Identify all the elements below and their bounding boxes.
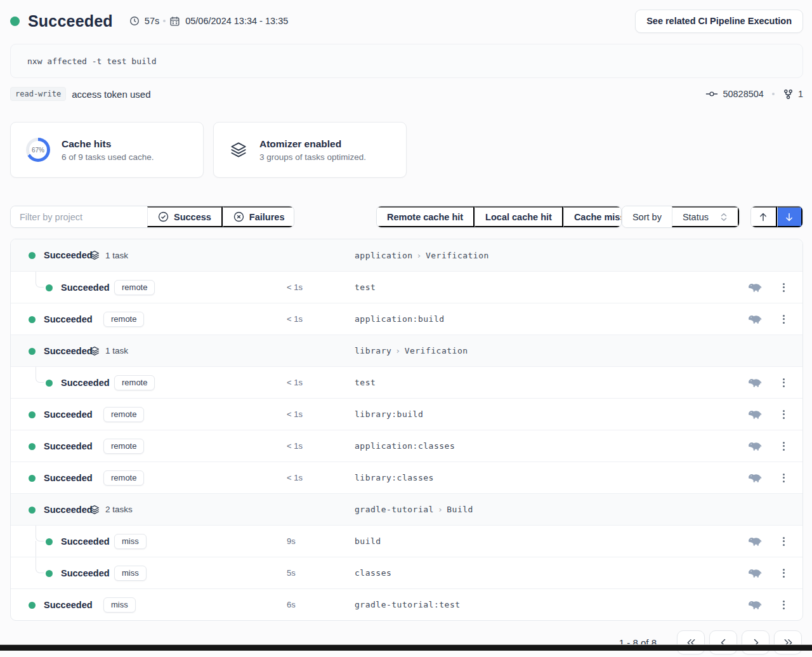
calendar-icon [169,16,180,27]
gradle-elephant-icon[interactable] [748,409,763,420]
row-menu-kebab-icon[interactable] [782,376,786,390]
task-list: Succeeded 1 task application›Verificatio… [10,239,803,621]
commit-sha[interactable]: 50828504 [723,89,764,99]
gradle-elephant-icon[interactable] [748,567,763,578]
row-status-dot [46,380,53,387]
pagination-bar: 1 - 8 of 8 [10,630,803,654]
local-cache-hit-button[interactable]: Local cache hit [475,206,563,227]
sort-descending-button[interactable] [777,206,802,227]
group-meta: 2 tasks [89,504,133,515]
see-related-ci-pipeline-button[interactable]: See related CI Pipeline Execution [635,10,803,33]
table-row[interactable]: Succeeded remote < 1s application:classe… [11,430,802,461]
row-project-path: gradle-tutorial›Build [355,505,473,514]
table-row[interactable]: Succeeded remote < 1s test [11,271,802,303]
row-task-name: library:classes [355,473,434,482]
task-count-label: 1 task [105,251,128,260]
table-row[interactable]: Succeeded remote < 1s application:build [11,303,802,335]
row-project-path: application›Verification [355,251,489,260]
row-duration: < 1s [287,282,303,292]
group-meta: 1 task [89,249,128,261]
page-title: Succeeded [28,12,113,30]
table-row[interactable]: Succeeded miss 9s build [11,525,802,557]
table-row[interactable]: Succeeded remote < 1s test [11,366,802,398]
row-status-label: Succeeded [61,536,110,547]
row-duration: < 1s [287,409,303,419]
tree-connector [36,367,44,383]
row-menu-kebab-icon[interactable] [782,471,786,485]
row-status-dot [29,411,36,418]
duration-label: 57s [145,16,159,26]
row-status-dot [29,348,36,355]
tree-connector [36,272,44,288]
row-menu-kebab-icon[interactable] [782,534,786,548]
gradle-elephant-icon[interactable] [748,536,763,547]
cache-miss-button[interactable]: Cache miss [563,206,622,227]
row-actions [748,312,786,326]
table-row[interactable]: Succeeded miss 5s classes [11,557,802,588]
gradle-elephant-icon[interactable] [748,599,763,610]
table-row[interactable]: Succeeded remote < 1s library:classes [11,461,802,493]
first-page-button[interactable] [677,630,705,654]
date-meta: 05/06/2024 13:34 - 13:35 [169,16,288,27]
filter-bar: Success Failures Remote cache hit Local … [10,206,803,228]
row-menu-kebab-icon[interactable] [782,312,786,326]
row-status-dot [29,443,36,450]
row-status-dot [29,252,36,259]
atomizer-title: Atomizer enabled [259,138,366,150]
row-status-label: Succeeded [44,346,93,356]
success-filter-button[interactable]: Success [147,206,223,227]
row-project-path: library›Verification [355,346,468,355]
row-status-label: Succeeded [44,250,93,260]
table-row[interactable]: Succeeded remote < 1s library:build [11,398,802,430]
cache-hits-title: Cache hits [62,138,154,150]
row-actions [748,534,786,548]
gradle-elephant-icon[interactable] [748,472,763,483]
row-status-dot [29,475,36,482]
row-menu-kebab-icon[interactable] [782,566,786,580]
gradle-elephant-icon[interactable] [748,282,763,293]
row-duration: < 1s [287,473,303,482]
group-meta: 1 task [89,345,128,357]
previous-page-button[interactable] [709,630,737,654]
row-menu-kebab-icon[interactable] [782,281,786,295]
access-token-text: access token used [72,89,150,100]
task-count-label: 2 tasks [105,505,133,514]
row-task-name: application:build [355,314,445,324]
sort-ascending-button[interactable] [751,206,776,227]
gradle-elephant-icon[interactable] [748,441,763,451]
sort-status-select[interactable]: Status [672,206,739,227]
row-menu-kebab-icon[interactable] [782,598,786,612]
success-filter-label: Success [174,212,211,222]
run-detail-page: Succeeded 57s 05/06/2024 13:34 - 13:35 S… [0,0,812,651]
layers-icon [89,345,100,357]
table-row[interactable]: Succeeded 1 task application›Verificatio… [11,239,802,271]
row-duration: < 1s [287,314,303,324]
table-row[interactable]: Succeeded 1 task library›Verification [11,335,802,366]
table-row[interactable]: Succeeded 2 tasks gradle-tutorial›Build [11,493,802,525]
gradle-elephant-icon[interactable] [748,314,763,324]
duration-meta: 57s [129,16,159,26]
row-task-name: test [355,282,376,292]
remote-cache-hit-button[interactable]: Remote cache hit [377,206,475,227]
row-status-dot [29,316,36,323]
filter-by-project-input[interactable] [11,206,147,227]
token-row: read-write access token used 50828504 1 [10,86,803,102]
failures-filter-button[interactable]: Failures [223,206,294,227]
layers-icon [89,504,100,515]
row-menu-kebab-icon[interactable] [782,439,786,453]
next-page-button[interactable] [742,630,769,654]
table-row[interactable]: Succeeded miss 6s gradle-tutorial:test [11,588,802,620]
row-status-label: Succeeded [44,600,93,610]
sort-direction-group [750,206,803,228]
status-dot [10,17,20,26]
branch-count[interactable]: 1 [798,89,803,99]
command-box: nxw affected -t test build [10,44,803,78]
last-page-button[interactable] [774,630,802,654]
row-status-label: Succeeded [61,568,110,578]
gradle-elephant-icon[interactable] [748,377,763,388]
row-status-dot [46,284,53,291]
row-actions [748,566,786,580]
row-menu-kebab-icon[interactable] [782,408,786,421]
row-status-label: Succeeded [61,282,110,293]
cache-status-badge: miss [114,566,147,581]
